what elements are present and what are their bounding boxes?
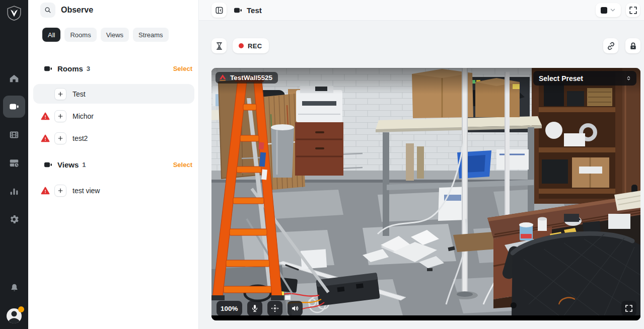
main-panel: Test REC [199, 0, 644, 329]
views-count: 1 [82, 161, 86, 169]
layout-square-icon [601, 7, 607, 14]
view-item-label: test view [73, 187, 100, 195]
room-item-test[interactable]: Test [33, 84, 194, 104]
hourglass-button[interactable] [211, 38, 227, 53]
views-section-title: Views [57, 160, 79, 169]
hourglass-icon [214, 41, 224, 51]
filter-chip-all[interactable]: All [42, 28, 60, 42]
plus-icon [57, 113, 64, 120]
preset-label: Select Preset [539, 74, 583, 83]
views-select-link[interactable]: Select [173, 161, 192, 169]
warning-icon [41, 186, 50, 195]
sidebar-title: Observe [61, 6, 93, 15]
camera-icon [43, 160, 53, 170]
warning-icon [41, 112, 50, 121]
warning-slot [41, 90, 50, 99]
player-fullscreen-button[interactable] [621, 301, 636, 316]
storage-clock-icon [9, 157, 20, 169]
fullscreen-button[interactable] [626, 3, 640, 17]
header-actions [596, 3, 640, 17]
zoom-level-badge[interactable]: 100% [217, 301, 242, 316]
notifications-button[interactable] [9, 283, 20, 295]
rail-item-cameras[interactable] [3, 96, 25, 118]
letterbox-bar [211, 315, 640, 320]
sidebar: Observe All Rooms Views Streams Rooms 3 … [28, 0, 199, 329]
camera-icon [43, 64, 53, 73]
toolbar-right [603, 38, 640, 53]
camera-icon [233, 6, 243, 15]
account-avatar[interactable] [5, 307, 23, 325]
plus-icon [57, 135, 64, 142]
room-item-michor[interactable]: Michor [33, 106, 194, 126]
rec-button[interactable]: REC [233, 38, 269, 53]
rail-item-analytics[interactable] [3, 180, 25, 202]
room-item-label: Michor [73, 112, 94, 120]
add-stream-button[interactable] [54, 185, 66, 197]
rail-item-home[interactable] [3, 67, 25, 90]
rooms-section-title: Rooms [57, 64, 83, 73]
share-link-button[interactable] [603, 38, 618, 53]
filter-chips: All Rooms Views Streams [42, 28, 198, 42]
rail-item-recordings[interactable] [3, 124, 25, 146]
room-item-label: test2 [73, 134, 88, 142]
warning-slot [41, 186, 50, 195]
rec-label: REC [248, 42, 262, 50]
video-camera-icon [9, 101, 20, 112]
pan-control-button[interactable] [267, 301, 282, 316]
rail-item-settings[interactable] [3, 208, 25, 230]
status-dot [18, 306, 24, 312]
player-controls: 100% [217, 301, 303, 316]
rooms-section-header: Rooms 3 Select [43, 64, 192, 73]
filter-chip-views[interactable]: Views [101, 28, 129, 42]
warning-slot [41, 112, 50, 121]
lock-button[interactable] [625, 38, 640, 53]
expand-icon [624, 304, 633, 313]
view-item-test-view[interactable]: test view [33, 181, 194, 200]
sidebar-header: Observe [40, 3, 198, 18]
search-button[interactable] [40, 3, 55, 18]
room-item-label: Test [73, 90, 86, 98]
main-header: Test [199, 0, 644, 21]
filter-chip-streams[interactable]: Streams [133, 28, 168, 42]
rec-dot-icon [239, 43, 244, 48]
camera-name-overlay: TestWall5525 [216, 72, 278, 84]
page-title: Test [247, 6, 262, 15]
preset-select[interactable]: Select Preset [533, 71, 636, 86]
updown-chevrons-icon [625, 74, 632, 82]
brand-watermark-icon [219, 74, 227, 81]
plus-icon [57, 187, 64, 194]
rail-item-storage[interactable] [3, 152, 25, 174]
add-stream-button[interactable] [54, 88, 66, 100]
rooms-select-link[interactable]: Select [173, 65, 192, 72]
chevron-down-icon [609, 7, 616, 14]
collapse-sidebar-button[interactable] [211, 3, 227, 18]
rail-bottom [5, 283, 23, 329]
left-rail [0, 0, 28, 329]
filter-chip-rooms[interactable]: Rooms [64, 28, 96, 42]
page-title-group: Test [233, 6, 262, 15]
views-section-header: Views 1 Select [43, 160, 192, 170]
layout-select-button[interactable] [596, 3, 621, 17]
camera-name: TestWall5525 [230, 74, 272, 81]
move-arrows-icon [270, 304, 279, 313]
gear-icon [9, 214, 20, 225]
camera-video-feed[interactable] [211, 68, 640, 315]
views-list: test view [28, 181, 198, 200]
expand-icon [628, 6, 638, 15]
add-stream-button[interactable] [54, 110, 66, 122]
film-strip-icon [9, 129, 20, 140]
add-stream-button[interactable] [54, 132, 66, 144]
rail-nav [3, 67, 25, 230]
brand-shield-logo[interactable] [4, 3, 24, 23]
lock-icon [628, 41, 638, 51]
warning-icon [41, 134, 50, 143]
camera-player: TestWall5525 Select Preset 100% [211, 68, 640, 320]
mic-button[interactable] [247, 301, 262, 316]
panel-collapse-icon [214, 6, 224, 15]
rooms-count: 3 [87, 65, 90, 72]
volume-button[interactable] [288, 301, 303, 316]
search-icon [44, 6, 52, 14]
link-icon [606, 41, 616, 51]
room-toolbar: REC [211, 38, 640, 53]
room-item-test2[interactable]: test2 [33, 128, 194, 148]
